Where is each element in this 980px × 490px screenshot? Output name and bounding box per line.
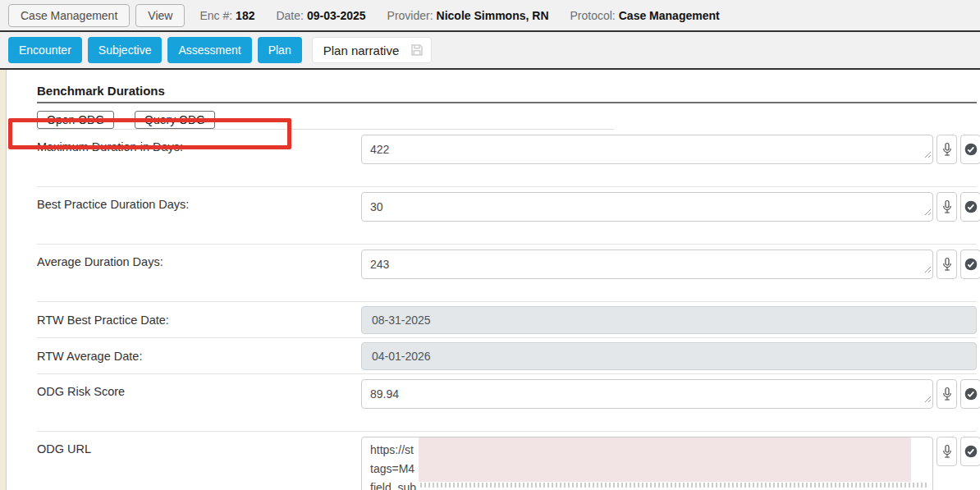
enc-protocol-value: Case Management (619, 9, 720, 22)
dictate-button[interactable] (936, 192, 957, 222)
check-circle-icon (964, 143, 978, 156)
enc-date: Date:09-03-2025 (276, 9, 365, 22)
check-circle-icon (964, 258, 978, 271)
field-row-odg-risk-score: ODG Risk Score 89.94 (37, 374, 977, 432)
tab-assessment[interactable]: Assessment (167, 37, 251, 63)
check-circle-icon (964, 200, 978, 213)
maximum-duration-label: Maximum Duration in Days: (37, 135, 361, 153)
save-icon (410, 43, 424, 57)
odg-risk-score-input[interactable]: 89.94 (361, 379, 933, 409)
enc-number: Enc #:182 (199, 9, 254, 22)
plan-narrative-label: Plan narrative (323, 44, 400, 57)
verify-button[interactable] (960, 135, 980, 164)
microphone-icon (942, 444, 952, 460)
odg-url-label: ODG URL (37, 437, 361, 456)
encounter-header-bar: Case Management View Enc #:182 Date:09-0… (0, 0, 980, 32)
enc-date-value: 09-03-2025 (307, 9, 366, 22)
section-toolbar: Encounter Subjective Assessment Plan Pla… (0, 32, 980, 70)
check-circle-icon (964, 387, 978, 401)
enc-provider: Provider:Nicole Simmons, RN (387, 9, 549, 22)
best-practice-duration-label: Best Practice Duration Days: (37, 192, 361, 211)
check-circle-icon (964, 445, 978, 458)
enc-provider-label: Provider: (387, 9, 433, 22)
case-management-button[interactable]: Case Management (8, 4, 130, 27)
average-duration-input[interactable]: 243 (361, 250, 933, 279)
field-row-odg-url: ODG URL https://st tags=M4 field_sub (37, 432, 977, 490)
field-row-average-duration: Average Duration Days: 243 (37, 245, 977, 302)
rtw-average-date-label: RTW Average Date: (37, 350, 361, 363)
field-row-rtw-best-practice-date: RTW Best Practice Date: (37, 302, 977, 338)
dictate-button[interactable] (936, 250, 957, 279)
encounter-info: Enc #:182 Date:09-03-2025 Provider:Nicol… (199, 9, 719, 22)
rtw-average-date-input[interactable] (361, 342, 977, 370)
microphone-icon (942, 387, 952, 402)
verify-button[interactable] (960, 250, 980, 279)
field-row-rtw-average-date: RTW Average Date: (37, 338, 977, 374)
verify-button[interactable] (960, 379, 980, 409)
microphone-icon (942, 142, 952, 158)
verify-button[interactable] (960, 437, 980, 466)
tab-subjective[interactable]: Subjective (88, 37, 163, 63)
average-duration-label: Average Duration Days: (37, 250, 361, 268)
odg-risk-score-label: ODG Risk Score (37, 379, 361, 398)
field-row-best-practice-duration: Best Practice Duration Days: 30 (37, 187, 977, 245)
odg-url-input[interactable]: https://st tags=M4 field_sub (361, 437, 933, 490)
tab-plan[interactable]: Plan (258, 37, 302, 63)
dictate-button[interactable] (936, 135, 957, 164)
maximum-duration-input[interactable]: 422 (361, 135, 933, 164)
odg-buttons-row: Open ODG Query ODG (37, 103, 614, 130)
enc-number-label: Enc #: (199, 9, 232, 22)
query-odg-button[interactable]: Query ODG (135, 111, 215, 129)
enc-provider-value: Nicole Simmons, RN (437, 9, 549, 22)
view-button[interactable]: View (135, 4, 185, 27)
section-title: Benchmark Durations (37, 84, 977, 98)
dictate-button[interactable] (936, 379, 957, 409)
dictate-button[interactable] (936, 437, 957, 466)
verify-button[interactable] (960, 192, 980, 222)
enc-protocol: Protocol:Case Management (570, 9, 720, 22)
best-practice-duration-input[interactable]: 30 (361, 192, 933, 222)
field-row-maximum-duration: Maximum Duration in Days: 422 (37, 130, 977, 187)
open-odg-button[interactable]: Open ODG (37, 111, 114, 129)
enc-protocol-label: Protocol: (570, 9, 616, 22)
rtw-best-practice-date-label: RTW Best Practice Date: (37, 314, 361, 327)
rtw-best-practice-date-input[interactable] (361, 306, 977, 334)
microphone-icon (942, 199, 952, 215)
enc-number-value: 182 (236, 9, 254, 22)
microphone-icon (942, 257, 952, 272)
plan-narrative-button[interactable]: Plan narrative (312, 37, 433, 63)
enc-date-label: Date: (276, 9, 303, 22)
tab-encounter[interactable]: Encounter (8, 37, 82, 63)
benchmark-durations-section: Benchmark Durations Open ODG Query ODG M… (0, 84, 980, 490)
